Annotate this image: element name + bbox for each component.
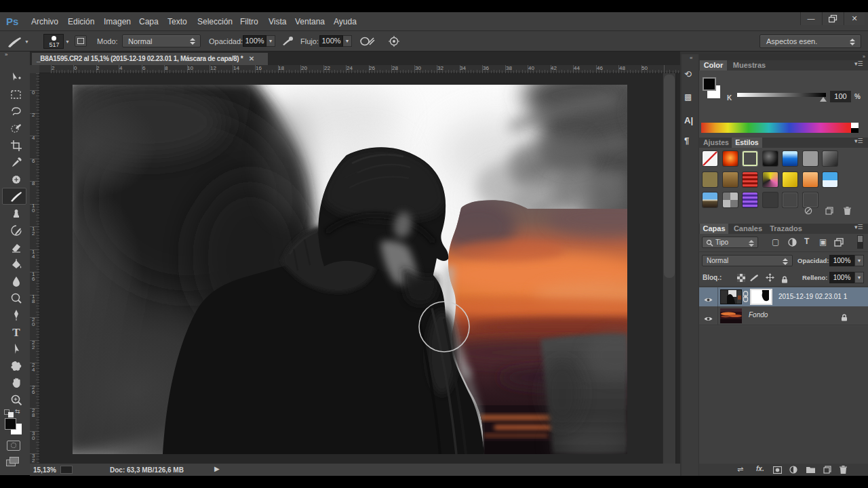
svg-text:T: T	[12, 326, 20, 339]
